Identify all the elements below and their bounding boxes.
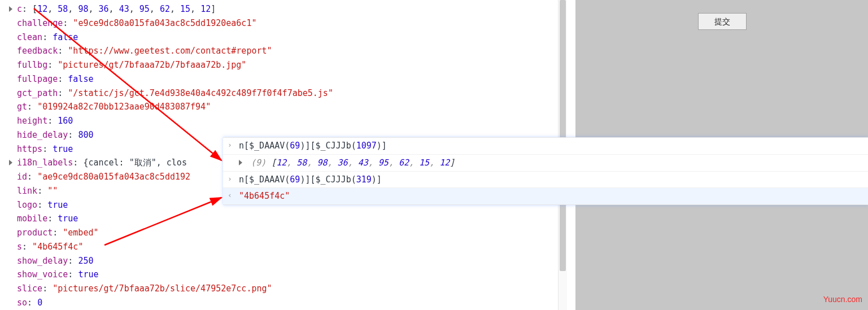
- prop-row[interactable]: mobile: true: [17, 212, 567, 226]
- prop-row[interactable]: clean: false: [17, 30, 567, 45]
- prop-row[interactable]: fullpage: false: [17, 72, 567, 86]
- console-row[interactable]: › n[$_DAAAV(69)][$_CJJJb(319)]: [223, 172, 868, 189]
- prop-row[interactable]: show_delay: 250: [17, 254, 567, 268]
- console-row[interactable]: › n[$_DAAAV(69)][$_CJJJb(1097)]: [223, 138, 868, 155]
- prop-row[interactable]: feedback: "https://www.geetest.com/conta…: [17, 44, 567, 58]
- watermark-text: Yuucn.com: [823, 293, 862, 306]
- console-input-icon: ›: [228, 175, 232, 182]
- prop-row[interactable]: s: "4b645f4c": [17, 240, 567, 254]
- prop-row[interactable]: so: 0: [17, 296, 567, 310]
- prop-row[interactable]: c: [12, 58, 98, 36, 43, 95, 62, 15, 12]: [17, 2, 567, 16]
- console-output-icon: ‹: [228, 191, 232, 199]
- expand-icon[interactable]: [9, 160, 12, 165]
- console-input-icon: ›: [228, 141, 232, 149]
- prop-row[interactable]: height: 160: [17, 114, 567, 128]
- prop-row[interactable]: slice: "pictures/gt/7bfaaa72b/slice/4795…: [17, 282, 567, 296]
- prop-row[interactable]: challenge: "e9ce9dc80a015fa043ac8c5dd192…: [17, 16, 567, 30]
- prop-row[interactable]: gct_path: "/static/js/gct.7e4d938e40a4c4…: [17, 86, 567, 101]
- prop-row[interactable]: gt: "019924a82c70bb123aae90d483087f94": [17, 100, 567, 114]
- console-row[interactable]: ‹ "4b645f4c": [223, 188, 868, 204]
- console-row[interactable]: (9) [12, 58, 98, 36, 43, 95, 62, 15, 12]: [223, 155, 868, 172]
- prop-row[interactable]: fullbg: "pictures/gt/7bfaaa72b/7bfaaa72b…: [17, 58, 567, 72]
- prop-row[interactable]: product: "embed": [17, 226, 567, 240]
- expand-icon[interactable]: [239, 160, 242, 165]
- submit-button[interactable]: 提交: [698, 13, 747, 30]
- scrollbar-thumb[interactable]: [560, 0, 566, 271]
- expand-icon[interactable]: [9, 6, 12, 12]
- console-output: › n[$_DAAAV(69)][$_CJJJb(1097)] (9) [12,…: [223, 137, 868, 205]
- prop-row[interactable]: show_voice: true: [17, 268, 567, 282]
